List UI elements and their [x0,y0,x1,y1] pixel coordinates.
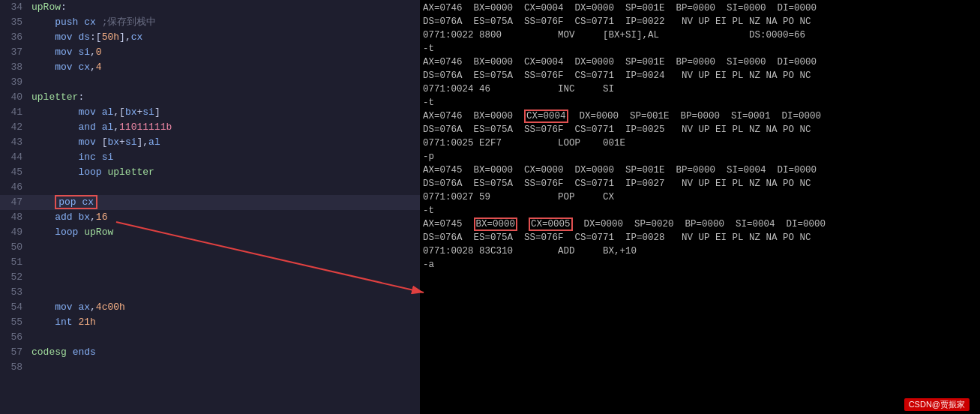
term-block-3-line-2: DS=076A ES=075A SS=076F CS=0771 IP=0025 … [423,123,977,136]
code-line-36: 36 mov ds:[50h],cx [0,30,420,45]
code-line-34: 34 upRow: [0,0,420,15]
code-line-54: 54 mov ax,4c00h [0,300,420,315]
line-num-52: 52 [0,270,28,285]
line-content-39 [28,75,420,90]
line-num-49: 49 [0,225,28,240]
code-line-55: 55 int 21h [0,315,420,330]
line-content-56 [28,330,420,345]
line-content-35: push cx ;保存到栈中 [28,15,420,30]
line-content-47: pop cx [28,195,420,210]
line-num-43: 43 [0,135,28,150]
line-num-39: 39 [0,75,28,90]
line-num-35: 35 [0,15,28,30]
code-panel: 34 upRow: 35 push cx ;保存到栈中 36 mov ds:[5… [0,0,420,414]
code-line-47: 47 pop cx [0,195,420,210]
line-content-51 [28,255,420,270]
code-line-41: 41 mov al,[bx+si] [0,105,420,120]
line-num-50: 50 [0,240,28,255]
line-content-54: mov ax,4c00h [28,300,420,315]
code-line-50: 50 [0,240,420,255]
term-block-5-line-1: AX=0745 BX=0000 CX=0005 DX=0000 SP=0020 … [423,218,977,231]
line-num-44: 44 [0,150,28,165]
line-content-48: add bx,16 [28,210,420,225]
code-line-40: 40 upletter: [0,90,420,105]
line-num-38: 38 [0,60,28,75]
line-num-57: 57 [0,345,28,360]
code-line-46: 46 [0,180,420,195]
term-block-4-cmd: -t [423,204,977,218]
code-line-52: 52 [0,270,420,285]
term-block-5-line-3: 0771:0028 83C310 ADD BX,+10 [423,244,977,258]
line-num-54: 54 [0,300,28,315]
term-block-3-line-1: AX=0746 BX=0000 CX=0004 DX=0000 SP=001E … [423,110,977,123]
code-line-53: 53 [0,285,420,300]
line-num-41: 41 [0,105,28,120]
line-content-52 [28,270,420,285]
line-num-56: 56 [0,330,28,345]
terminal-panel: AX=0746 BX=0000 CX=0004 DX=0000 SP=001E … [420,0,980,414]
line-num-46: 46 [0,180,28,195]
line-num-58: 58 [0,360,28,375]
term-block-1-line-1: AX=0746 BX=0000 CX=0004 DX=0000 SP=001E … [423,2,977,15]
line-content-57: codesg ends [28,345,420,360]
line-num-34: 34 [0,0,28,15]
term-block-1-cmd: -t [423,42,977,56]
code-line-43: 43 mov [bx+si],al [0,135,420,150]
line-content-42: and al,11011111b [28,120,420,135]
code-line-38: 38 mov cx,4 [0,60,420,75]
line-num-37: 37 [0,45,28,60]
term-block-2-line-2: DS=076A ES=075A SS=076F CS=0771 IP=0024 … [423,69,977,82]
line-content-46 [28,180,420,195]
line-num-53: 53 [0,285,28,300]
term-block-5-line-2: DS=076A ES=075A SS=076F CS=0771 IP=0028 … [423,231,977,244]
line-num-45: 45 [0,165,28,180]
line-content-53 [28,285,420,300]
code-line-49: 49 loop upRow [0,225,420,240]
code-line-35: 35 push cx ;保存到栈中 [0,15,420,30]
line-content-34: upRow: [28,0,420,15]
code-line-39: 39 [0,75,420,90]
line-content-50 [28,240,420,255]
csdn-badge: CSDN@贾振家 [904,398,970,411]
line-content-41: mov al,[bx+si] [28,105,420,120]
term-block-4-line-3: 0771:0027 59 POP CX [423,190,977,204]
line-num-40: 40 [0,90,28,105]
line-num-55: 55 [0,315,28,330]
term-block-1-line-3: 0771:0022 8800 MOV [BX+SI],AL DS:0000=66 [423,28,977,42]
code-line-42: 42 and al,11011111b [0,120,420,135]
line-num-47: 47 [0,195,28,210]
line-content-40: upletter: [28,90,420,105]
line-num-42: 42 [0,120,28,135]
line-content-55: int 21h [28,315,420,330]
code-line-51: 51 [0,255,420,270]
code-line-48: 48 add bx,16 [0,210,420,225]
code-line-57: 57 codesg ends [0,345,420,360]
code-lines: 34 upRow: 35 push cx ;保存到栈中 36 mov ds:[5… [0,0,420,375]
line-content-45: loop upletter [28,165,420,180]
term-block-5-cmd: -a [423,258,977,272]
term-block-2-cmd: -t [423,96,977,110]
code-line-58: 58 [0,360,420,375]
line-content-38: mov cx,4 [28,60,420,75]
term-block-2-line-1: AX=0746 BX=0000 CX=0004 DX=0000 SP=001E … [423,56,977,69]
code-line-45: 45 loop upletter [0,165,420,180]
line-num-51: 51 [0,255,28,270]
code-line-37: 37 mov si,0 [0,45,420,60]
line-content-43: mov [bx+si],al [28,135,420,150]
term-block-3-cmd: -p [423,150,977,164]
line-num-36: 36 [0,30,28,45]
line-content-58 [28,360,420,375]
page-wrapper: 34 upRow: 35 push cx ;保存到栈中 36 mov ds:[5… [0,0,980,414]
term-block-2-line-3: 0771:0024 46 INC SI [423,82,977,96]
line-content-36: mov ds:[50h],cx [28,30,420,45]
term-block-3-line-3: 0771:0025 E2F7 LOOP 001E [423,136,977,150]
code-line-44: 44 inc si [0,150,420,165]
line-content-37: mov si,0 [28,45,420,60]
term-block-4-line-1: AX=0745 BX=0000 CX=0000 DX=0000 SP=001E … [423,164,977,177]
term-block-4-line-2: DS=076A ES=075A SS=076F CS=0771 IP=0027 … [423,177,977,190]
line-content-44: inc si [28,150,420,165]
code-line-56: 56 [0,330,420,345]
line-num-48: 48 [0,210,28,225]
line-content-49: loop upRow [28,225,420,240]
term-block-1-line-2: DS=076A ES=075A SS=076F CS=0771 IP=0022 … [423,15,977,28]
